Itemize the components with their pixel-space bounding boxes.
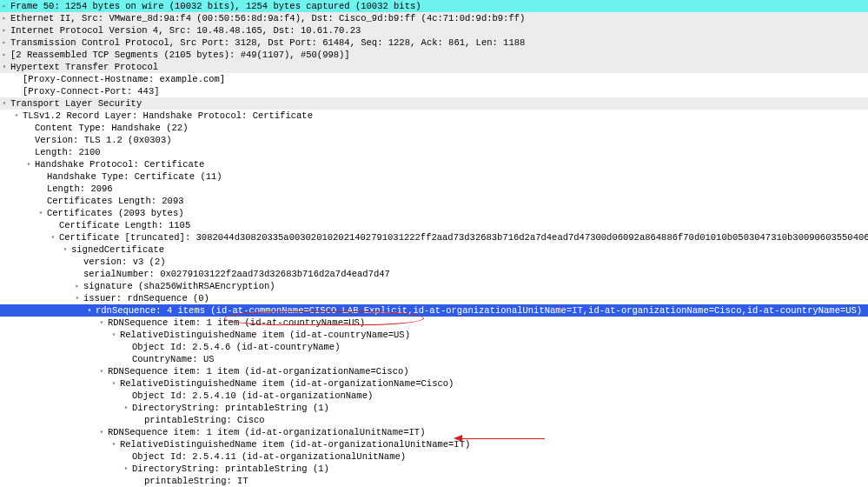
expand-icon[interactable] xyxy=(73,280,82,292)
collapse-icon[interactable] xyxy=(109,329,118,341)
spacer-icon xyxy=(24,122,33,134)
collapse-icon[interactable] xyxy=(85,304,94,317)
signature-text: signature (sha256WithRSAEncryption) xyxy=(82,280,275,292)
hs-length-text: Length: 2096 xyxy=(45,183,113,195)
signed-cert-row[interactable]: signedCertificate xyxy=(0,244,868,256)
rdnsequence-row[interactable]: rdnSequence: 4 items (id-at-commonName=C… xyxy=(0,304,868,317)
object-id-row[interactable]: Object Id: 2.5.4.6 (id-at-countryName) xyxy=(0,341,868,353)
cert-version-row[interactable]: version: v3 (2) xyxy=(0,256,868,268)
directory-string-text: DirectoryString: printableString (1) xyxy=(130,463,329,475)
tcp-text: Transmission Control Protocol, Src Port:… xyxy=(9,37,525,49)
issuer-text: issuer: rdnSequence (0) xyxy=(82,292,209,304)
length-row[interactable]: Length: 2100 xyxy=(0,146,868,158)
expand-icon[interactable] xyxy=(0,0,9,12)
content-type-row[interactable]: Content Type: Handshake (22) xyxy=(0,122,868,134)
country-name-text: CountryName: US xyxy=(130,353,215,365)
collapse-icon[interactable] xyxy=(0,61,9,73)
rdn-item-text: RDNSequence item: 1 item (id-at-organiza… xyxy=(106,365,409,377)
rdn-item-row[interactable]: RDNSequence item: 1 item (id-at-organiza… xyxy=(0,426,868,438)
rdn-name-row[interactable]: RelativeDistinguishedName item (id-at-co… xyxy=(0,329,868,341)
tls-record-row[interactable]: TLSv1.2 Record Layer: Handshake Protocol… xyxy=(0,110,868,122)
collapse-icon[interactable] xyxy=(97,317,106,329)
handshake-protocol-text: Handshake Protocol: Certificate xyxy=(33,158,204,170)
spacer-icon xyxy=(12,73,21,85)
spacer-icon xyxy=(122,390,130,402)
expand-icon[interactable] xyxy=(0,49,9,61)
collapse-icon[interactable] xyxy=(12,110,21,122)
handshake-protocol-row[interactable]: Handshake Protocol: Certificate xyxy=(0,158,868,170)
spacer-icon xyxy=(134,414,142,426)
version-row[interactable]: Version: TLS 1.2 (0x0303) xyxy=(0,134,868,146)
rdn-name-row[interactable]: RelativeDistinguishedName item (id-at-or… xyxy=(0,377,868,390)
reassembled-row[interactable]: [2 Reassembled TCP Segments (2105 bytes)… xyxy=(0,49,868,61)
spacer-icon xyxy=(122,450,130,463)
signed-cert-text: signedCertificate xyxy=(70,244,164,256)
directory-string-row[interactable]: DirectoryString: printableString (1) xyxy=(0,402,868,414)
spacer-icon xyxy=(122,341,130,353)
handshake-type-row[interactable]: Handshake Type: Certificate (11) xyxy=(0,170,868,183)
frame-summary: Frame 50: 1254 bytes on wire (10032 bits… xyxy=(9,0,421,12)
collapse-icon[interactable] xyxy=(61,244,70,256)
serial-row[interactable]: serialNumber: 0x0279103122f2aad73d32683b… xyxy=(0,268,868,280)
cert-truncated-text: Certificate [truncated]: 3082044d3082033… xyxy=(57,231,868,244)
cert-length-row[interactable]: Certificate Length: 1105 xyxy=(0,219,868,231)
object-id-text: Object Id: 2.5.4.11 (id-at-organizationa… xyxy=(130,450,406,463)
collapse-icon[interactable] xyxy=(109,377,118,390)
spacer-icon xyxy=(73,256,82,268)
country-name-row[interactable]: CountryName: US xyxy=(0,353,868,365)
expand-icon[interactable] xyxy=(0,12,9,24)
rdn-item-row[interactable]: RDNSequence item: 1 item (id-at-countryN… xyxy=(0,317,868,329)
expand-icon[interactable] xyxy=(0,37,9,49)
object-id-row[interactable]: Object Id: 2.5.4.10 (id-at-organizationN… xyxy=(0,390,868,402)
spacer-icon xyxy=(36,170,45,183)
signature-row[interactable]: signature (sha256WithRSAEncryption) xyxy=(0,280,868,292)
expand-icon[interactable] xyxy=(0,24,9,37)
object-id-row[interactable]: Object Id: 2.5.4.11 (id-at-organizationa… xyxy=(0,450,868,463)
printable-string-row[interactable]: printableString: IT xyxy=(0,475,868,487)
http-text: Hypertext Transfer Protocol xyxy=(9,61,158,73)
http-header-row[interactable]: [Proxy-Connect-Port: 443] xyxy=(0,85,868,97)
issuer-row[interactable]: issuer: rdnSequence (0) xyxy=(0,292,868,304)
collapse-icon[interactable] xyxy=(122,463,130,475)
ethernet-row[interactable]: Ethernet II, Src: VMware_8d:9a:f4 (00:50… xyxy=(0,12,868,24)
tls-row[interactable]: Transport Layer Security xyxy=(0,97,868,110)
ethernet-text: Ethernet II, Src: VMware_8d:9a:f4 (00:50… xyxy=(9,12,525,24)
collapse-icon[interactable] xyxy=(97,426,106,438)
collapse-icon[interactable] xyxy=(24,158,33,170)
frame-summary-row[interactable]: Frame 50: 1254 bytes on wire (10032 bits… xyxy=(0,0,868,12)
certificates-row[interactable]: Certificates (2093 bytes) xyxy=(0,207,868,219)
http-header-row[interactable]: [Proxy-Connect-Hostname: example.com] xyxy=(0,73,868,85)
spacer-icon xyxy=(24,134,33,146)
spacer-icon xyxy=(36,183,45,195)
spacer-icon xyxy=(73,268,82,280)
content-type-text: Content Type: Handshake (22) xyxy=(33,122,188,134)
directory-string-row[interactable]: DirectoryString: printableString (1) xyxy=(0,463,868,475)
cert-truncated-row[interactable]: Certificate [truncated]: 3082044d3082033… xyxy=(0,231,868,244)
collapse-icon[interactable] xyxy=(36,207,45,219)
spacer-icon xyxy=(49,219,57,231)
printable-string-row[interactable]: printableString: Cisco xyxy=(0,414,868,426)
certs-length-row[interactable]: Certificates Length: 2093 xyxy=(0,195,868,207)
collapse-icon[interactable] xyxy=(49,231,57,244)
printable-string-text: printableString: IT xyxy=(142,475,248,487)
cert-length-text: Certificate Length: 1105 xyxy=(57,219,190,231)
collapse-icon[interactable] xyxy=(97,365,106,377)
ip-row[interactable]: Internet Protocol Version 4, Src: 10.48.… xyxy=(0,24,868,37)
hs-length-row[interactable]: Length: 2096 xyxy=(0,183,868,195)
collapse-icon[interactable] xyxy=(122,402,130,414)
collapse-icon[interactable] xyxy=(109,438,118,450)
http-row[interactable]: Hypertext Transfer Protocol xyxy=(0,61,868,73)
collapse-icon[interactable] xyxy=(73,292,82,304)
collapse-icon[interactable] xyxy=(0,97,9,110)
printable-string-text: printableString: Cisco xyxy=(142,414,265,426)
serial-text: serialNumber: 0x0279103122f2aad73d32683b… xyxy=(82,268,390,280)
rdn-item-row[interactable]: RDNSequence item: 1 item (id-at-organiza… xyxy=(0,365,868,377)
rdn-name-row[interactable]: RelativeDistinguishedName item (id-at-or… xyxy=(0,438,868,450)
tcp-row[interactable]: Transmission Control Protocol, Src Port:… xyxy=(0,37,868,49)
rdn-name-text: RelativeDistinguishedName item (id-at-or… xyxy=(118,377,454,390)
spacer-icon xyxy=(36,195,45,207)
ip-text: Internet Protocol Version 4, Src: 10.48.… xyxy=(9,24,361,37)
object-id-text: Object Id: 2.5.4.6 (id-at-countryName) xyxy=(130,341,340,353)
certs-length-text: Certificates Length: 2093 xyxy=(45,195,184,207)
directory-string-text: DirectoryString: printableString (1) xyxy=(130,402,329,414)
